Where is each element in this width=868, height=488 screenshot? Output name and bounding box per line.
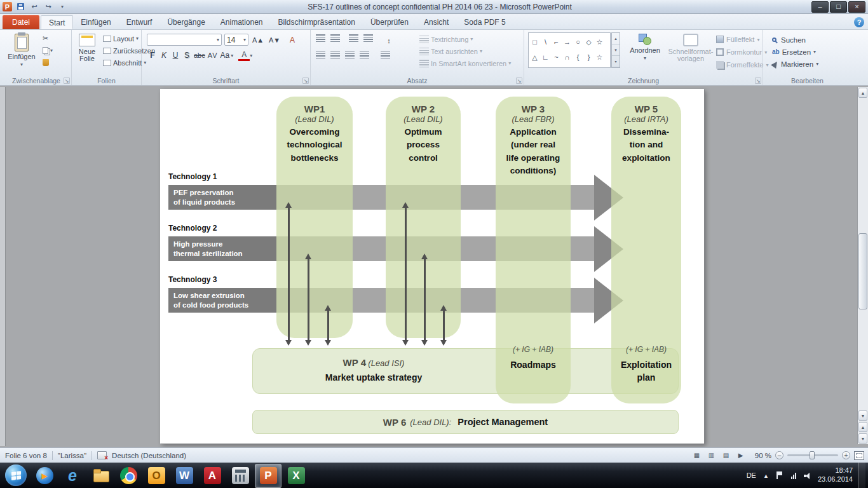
change-case-button[interactable]: Aa [219,49,231,62]
zoom-in-button[interactable]: + [842,451,850,459]
clipboard-dialog-launcher[interactable]: ↘ [64,78,70,84]
undo-button[interactable]: ↩ [29,1,40,12]
copy-button[interactable]: ▾ [41,44,55,57]
shape-brace-left-icon[interactable]: { [573,50,583,65]
shape-star2-icon[interactable]: ☆ [594,50,605,65]
quick-styles-button[interactable]: Schnellformat- vorlagen [667,32,715,62]
start-button[interactable] [5,464,27,486]
taskbar-outlook-button[interactable]: O [143,464,170,488]
paste-button[interactable]: Einfügen ▾ [6,32,37,67]
slides-pane-splitter[interactable] [0,87,6,446]
shape-elbow-icon[interactable]: ⌐ [551,34,562,50]
font-size-combo[interactable]: 14▾ [224,34,248,46]
arrange-button[interactable]: Anordnen ▾ [625,32,665,61]
increase-indent-button[interactable] [363,34,373,42]
taskbar-media-player-button[interactable]: ▶ [31,464,58,488]
convert-smartart-button[interactable]: In SmartArt konvertieren▾ [417,57,513,69]
justify-button[interactable] [360,51,369,58]
qat-customize-button[interactable]: ▾ [57,1,68,12]
text-shadow-button[interactable]: S [181,49,193,62]
previous-slide-button[interactable]: ▲ [858,422,867,432]
format-painter-button[interactable] [41,57,55,69]
zoom-level[interactable]: 90 % [750,452,771,459]
taskbar-internet-explorer-button[interactable]: e [59,464,86,488]
theme-name[interactable]: "Larissa" [58,452,86,459]
tab-soda-pdf[interactable]: Soda PDF 5 [456,15,513,29]
character-spacing-button[interactable]: AV [207,49,219,62]
tab-ansicht[interactable]: Ansicht [416,15,456,29]
slide-canvas[interactable]: Technology 1 PEF preservation of liquid … [160,89,704,444]
grow-font-button[interactable]: A▲ [251,34,265,46]
shape-brace-right-icon[interactable]: } [583,50,594,65]
align-right-button[interactable] [345,51,355,58]
normal-view-button[interactable]: ▦ [691,450,702,461]
volume-icon[interactable] [804,471,812,479]
shape-fill-button[interactable]: Fülleffekt▾ [716,33,769,46]
next-slide-button[interactable]: ▼ [858,433,867,444]
font-dialog-launcher[interactable]: ↘ [302,78,309,84]
select-button[interactable]: Markieren▾ [772,58,818,70]
zoom-slider-thumb[interactable] [810,451,815,459]
technology-1-box[interactable]: PEF preservation of liquid products [168,185,276,210]
maximize-button[interactable]: □ [830,1,847,13]
taskbar-word-button[interactable]: W [171,464,198,488]
scroll-up-button[interactable]: ▲ [858,88,867,98]
shape-arrow-icon[interactable]: → [562,34,573,50]
technology-2-box[interactable]: High pressure thermal sterilization [168,236,276,261]
action-center-icon[interactable] [776,471,784,479]
shapes-gallery[interactable]: □\⌐→○◇☆ △∟~∩{}☆ [528,32,611,68]
shrink-font-button[interactable]: A▼ [268,34,281,46]
slide-indicator[interactable]: Folie 6 von 8 [5,452,47,459]
tab-uebergaenge[interactable]: Übergänge [159,15,212,29]
shape-star-icon[interactable]: ☆ [594,34,605,50]
show-hidden-icons-button[interactable]: ▲ [762,471,770,479]
wp3-column[interactable]: WP 3 (Lead FBR) Application (under real … [496,97,571,403]
shape-oval-icon[interactable]: ○ [573,34,583,50]
decrease-indent-button[interactable] [349,34,358,42]
taskbar-excel-button[interactable]: X [283,464,309,488]
shape-rectangle-icon[interactable]: □ [529,34,540,50]
shape-angle-icon[interactable]: ∟ [540,50,551,65]
strikethrough-button[interactable]: abc [193,49,207,62]
tab-ueberpruefen[interactable]: Überprüfen [363,15,416,29]
taskbar-adobe-reader-button[interactable]: A [199,464,226,488]
align-center-button[interactable] [330,51,340,58]
text-direction-button[interactable]: Textrichtung▾ [417,33,513,45]
zoom-out-button[interactable]: – [775,451,783,459]
bullets-button[interactable] [316,34,325,42]
taskbar-chrome-button[interactable] [115,464,142,488]
underline-button[interactable]: U [170,49,181,62]
minimize-button[interactable]: – [811,1,829,13]
shape-line-icon[interactable]: \ [540,34,551,50]
drawing-dialog-launcher[interactable]: ↘ [755,78,761,84]
shape-outline-button[interactable]: Formkontur▾ [716,46,769,58]
vertical-scrollbar[interactable]: ▲ ▼ ▲ ▼ [857,87,868,444]
tab-einfuegen[interactable]: Einfügen [73,15,118,29]
save-button[interactable] [15,1,26,12]
new-slide-button[interactable]: Neue Folie [74,32,100,62]
line-spacing-button[interactable]: ↕ [383,34,395,47]
reading-view-button[interactable]: ▤ [721,450,731,461]
close-button[interactable]: × [848,1,865,13]
powerpoint-app-icon[interactable]: P [3,2,12,11]
replace-button[interactable]: abErsetzen▾ [772,46,818,58]
help-icon[interactable]: ? [854,17,864,27]
bold-button[interactable]: F [147,49,158,62]
network-icon[interactable] [790,471,798,479]
taskbar-powerpoint-button[interactable]: P [255,464,281,488]
tab-bildschirmpraesentation[interactable]: Bildschirmpräsentation [271,15,363,29]
clear-formatting-button[interactable]: A [287,34,298,46]
fit-slide-to-window-button[interactable] [854,451,864,460]
slide-sorter-view-button[interactable]: ▥ [706,450,717,461]
tab-start[interactable]: Start [41,15,73,29]
tab-file[interactable]: Datei [3,15,39,29]
scroll-down-button[interactable]: ▼ [858,410,867,421]
language-indicator[interactable]: Deutsch (Deutschland) [112,452,186,459]
redo-button[interactable]: ↪ [43,1,54,12]
shape-triangle-icon[interactable]: △ [529,50,540,65]
tab-entwurf[interactable]: Entwurf [119,15,160,29]
shapes-scroll-up[interactable]: ▲ [612,33,620,44]
paragraph-dialog-launcher[interactable]: ↘ [516,78,522,84]
taskbar-calculator-button[interactable] [227,464,254,488]
tab-animationen[interactable]: Animationen [213,15,271,29]
